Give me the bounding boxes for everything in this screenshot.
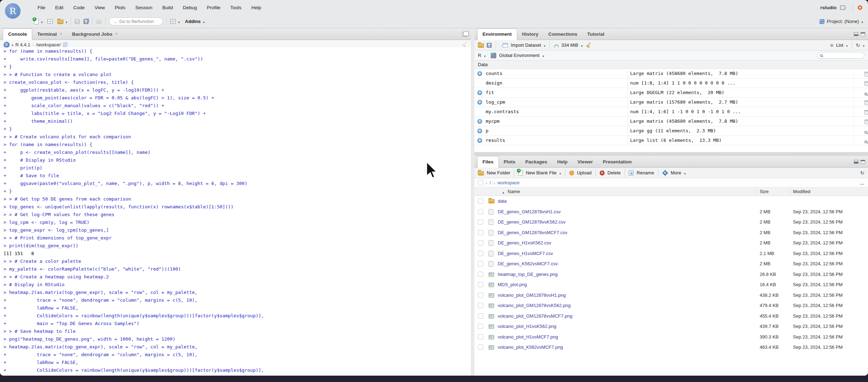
- tab-packages[interactable]: Packages: [520, 156, 552, 167]
- file-name-link[interactable]: DE_genes_GM12878vsK562.csv: [498, 219, 566, 225]
- expand-icon[interactable]: [477, 90, 482, 95]
- environment-object-row-mycpm[interactable]: mycpm Large matrix (458680 elements, 7.8…: [474, 117, 868, 126]
- file-name-link[interactable]: DE_genes_GM12878vsH1.csv: [498, 209, 561, 214]
- expand-icon[interactable]: [477, 100, 482, 105]
- close-icon[interactable]: ×: [115, 31, 118, 36]
- file-row-de-genes-h1vsk562-csv[interactable]: DE_genes_H1vsK562.csv 2 MB Sep 23, 2024,…: [474, 238, 868, 248]
- print-icon[interactable]: [96, 21, 102, 24]
- column-header-modified[interactable]: Modified: [793, 189, 810, 194]
- file-row-volcano-plot-gm12878vsh1-png[interactable]: volcano_plot_GM12878vsH1.png 438.2 KB Se…: [474, 290, 868, 301]
- r-language-icon[interactable]: R: [4, 42, 10, 48]
- file-name-link[interactable]: MDS_plot.png: [498, 282, 527, 287]
- project-label[interactable]: Project: (None): [827, 19, 859, 24]
- file-checkbox[interactable]: [478, 293, 483, 298]
- column-header-size[interactable]: Size: [760, 189, 769, 194]
- file-checkbox[interactable]: [478, 240, 483, 245]
- list-view-dropdown-icon[interactable]: [846, 42, 848, 48]
- workspace-panes-icon[interactable]: [170, 19, 176, 24]
- file-checkbox[interactable]: [478, 345, 483, 350]
- menu-item-code[interactable]: Code: [68, 0, 90, 15]
- goto-file-function-input[interactable]: Go to file/function: [109, 17, 163, 25]
- file-name-link[interactable]: volcano_plot_GM12878vsH1.png: [498, 293, 566, 298]
- set-wd-icon[interactable]: [63, 42, 68, 47]
- menu-item-file[interactable]: File: [33, 0, 50, 15]
- refresh-environment-icon[interactable]: [856, 42, 860, 48]
- file-row-de-genes-h1vsmcf7-csv[interactable]: DE_genes_H1vsMCF7.csv 2.1 MB Sep 23, 202…: [474, 248, 868, 259]
- maximize-pane-icon[interactable]: [861, 160, 865, 164]
- new-project-icon[interactable]: [47, 19, 53, 24]
- file-name-link[interactable]: volcano_plot_H1vsK562.png: [498, 324, 556, 329]
- delete-label[interactable]: Delete: [607, 170, 621, 175]
- new-file-dropdown-icon[interactable]: [41, 18, 43, 25]
- expand-icon[interactable]: [477, 71, 482, 76]
- session-quit-icon[interactable]: [858, 5, 862, 10]
- console-output-area[interactable]: > for (name in names(results)) {+ write.…: [0, 47, 471, 376]
- inspect-object-icon[interactable]: [864, 140, 867, 143]
- menu-item-view[interactable]: View: [90, 0, 110, 15]
- file-checkbox[interactable]: [478, 324, 483, 329]
- sign-out-icon[interactable]: [840, 5, 845, 10]
- tab-connections[interactable]: Connections: [543, 28, 582, 40]
- new-blank-file-dropdown-icon[interactable]: [559, 170, 561, 176]
- menu-item-plots[interactable]: Plots: [110, 0, 130, 15]
- file-name-link[interactable]: DE_genes_GM12878vsMCF7.csv: [498, 230, 567, 235]
- file-checkbox[interactable]: [478, 334, 483, 340]
- view-table-icon[interactable]: [864, 110, 868, 115]
- tab-background-jobs[interactable]: Background Jobs ×: [67, 28, 123, 40]
- file-row-de-genes-gm12878vsmcf7-csv[interactable]: DE_genes_GM12878vsMCF7.csv 2 MB Sep 23, …: [474, 227, 868, 238]
- environment-dropdown-icon[interactable]: [542, 52, 544, 59]
- memory-usage-label[interactable]: 334 MiB: [561, 42, 578, 48]
- project-dropdown-icon[interactable]: [861, 18, 863, 25]
- file-row-volcano-plot-gm12878vsk562-png[interactable]: volcano_plot_GM12878vsK562.png 479.4 KB …: [474, 300, 868, 311]
- r-version-dropdown-icon[interactable]: [12, 41, 13, 48]
- sort-ascending-icon[interactable]: [502, 189, 505, 195]
- tab-plots[interactable]: Plots: [499, 156, 520, 167]
- environment-search-input[interactable]: [817, 52, 864, 59]
- minimize-pane-icon[interactable]: [854, 160, 858, 164]
- save-all-icon[interactable]: [84, 19, 88, 24]
- file-name-link[interactable]: data: [498, 198, 507, 204]
- new-folder-icon[interactable]: [478, 171, 484, 175]
- file-name-link[interactable]: volcano_plot_H1vsMCF7.png: [498, 334, 558, 340]
- new-blank-file-label[interactable]: New Blank File: [526, 170, 556, 175]
- file-checkbox[interactable]: [478, 261, 483, 266]
- file-name-link[interactable]: DE_genes_H1vsK562.csv: [498, 240, 551, 245]
- view-table-icon[interactable]: [864, 100, 868, 105]
- file-checkbox[interactable]: [478, 303, 483, 308]
- environment-object-row-results[interactable]: results Large list (6 elements, 13.3 MB): [474, 136, 868, 145]
- open-recent-dropdown-icon[interactable]: [66, 18, 68, 25]
- file-name-link[interactable]: volcano_plot_K562vsMCF7.png: [498, 345, 563, 350]
- expand-icon[interactable]: [477, 119, 482, 124]
- menu-item-session[interactable]: Session: [130, 0, 157, 15]
- file-row-volcano-plot-h1vsmcf7-png[interactable]: volcano_plot_H1vsMCF7.png 390.3 KB Sep 2…: [474, 332, 868, 342]
- maximize-pane-icon[interactable]: [861, 32, 865, 36]
- environment-object-row-fit[interactable]: fit Large DGEGLM (22 elements, 20 MB): [474, 88, 868, 98]
- file-row-data[interactable]: data: [474, 196, 868, 207]
- file-checkbox[interactable]: [478, 209, 483, 214]
- refresh-files-icon[interactable]: [860, 170, 864, 176]
- file-checkbox[interactable]: [478, 219, 483, 225]
- refresh-dropdown-icon[interactable]: [863, 42, 864, 48]
- tab-viewer[interactable]: Viewer: [572, 156, 598, 167]
- view-table-icon[interactable]: [864, 120, 868, 124]
- breadcrumb-workspace-link[interactable]: workspace: [497, 180, 519, 185]
- file-row-mds-plot-png[interactable]: MDS_plot.png 16.4 KB Sep 23, 2024, 12:56…: [474, 279, 868, 290]
- tab-console[interactable]: Console: [3, 28, 32, 40]
- file-checkbox[interactable]: [478, 230, 483, 235]
- list-view-label[interactable]: List: [836, 42, 843, 48]
- environment-object-row-my-contrasts[interactable]: my.contrasts num [1:4, 1:6] 1 -1 0 0 1 0…: [474, 107, 868, 117]
- language-dropdown-icon[interactable]: [484, 52, 486, 59]
- file-name-link[interactable]: DE_genes_H1vsMCF7.csv: [498, 251, 553, 256]
- delete-icon[interactable]: [600, 170, 605, 175]
- tab-help[interactable]: Help: [552, 156, 572, 167]
- close-icon[interactable]: ×: [60, 31, 62, 36]
- menu-item-debug[interactable]: Debug: [178, 0, 202, 15]
- tab-history[interactable]: History: [517, 28, 544, 40]
- clear-environment-icon[interactable]: [586, 42, 591, 48]
- menu-item-edit[interactable]: Edit: [50, 0, 68, 15]
- file-row-heatmap-top-de-genes-png[interactable]: heatmap_top_DE_genes.png 26.8 KB Sep 23,…: [474, 269, 868, 280]
- file-name-link[interactable]: volcano_plot_GM12878vsK562.png: [498, 303, 571, 308]
- new-file-icon[interactable]: [34, 19, 39, 24]
- save-icon[interactable]: [75, 19, 80, 24]
- more-dropdown-icon[interactable]: [684, 170, 686, 176]
